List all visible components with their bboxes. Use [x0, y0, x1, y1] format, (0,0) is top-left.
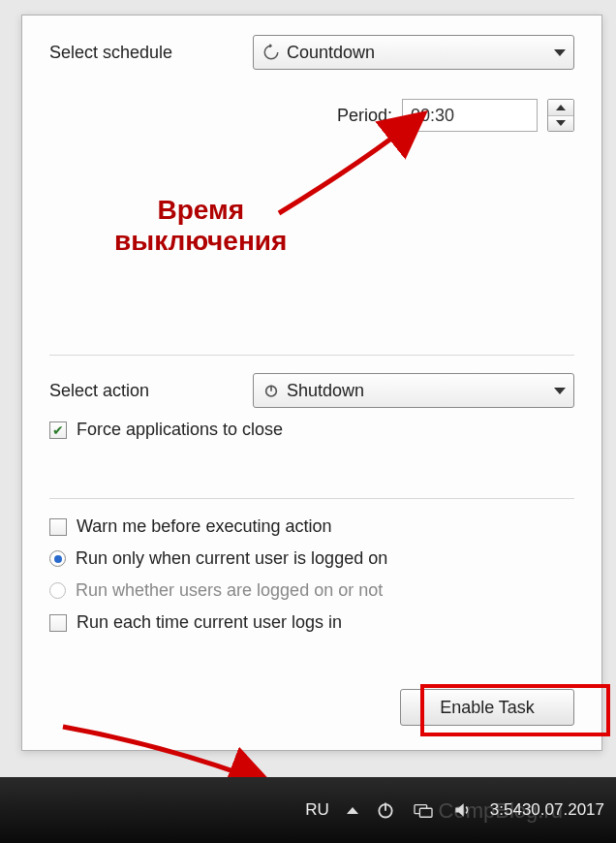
divider: [49, 498, 574, 499]
force-close-row: ✔ Force applications to close: [49, 420, 574, 440]
power-icon: [262, 383, 281, 398]
taskbar: RU 3:54 30.07.2017: [0, 777, 616, 843]
annotation-text: Время выключения: [114, 195, 287, 257]
settings-panel: Select schedule Countdown Period: 00:30 …: [21, 15, 602, 751]
action-value: Shutdown: [287, 381, 554, 401]
taskbar-tray-expand[interactable]: [347, 807, 358, 814]
run-whether-row: Run whether users are logged on or not: [49, 580, 574, 601]
schedule-row: Select schedule Countdown: [49, 35, 574, 70]
run-whether-radio: [49, 582, 66, 599]
taskbar-power-icon[interactable]: [376, 800, 395, 820]
svg-rect-5: [419, 808, 432, 817]
run-each-login-checkbox[interactable]: [49, 614, 67, 632]
enable-task-label: Enable Task: [440, 698, 535, 718]
enable-task-button[interactable]: Enable Task: [400, 689, 574, 726]
schedule-value: Countdown: [287, 43, 554, 63]
annotation-line2: выключения: [114, 226, 287, 257]
countdown-icon: [262, 44, 281, 61]
chevron-up-icon: [347, 807, 358, 814]
spinner-up[interactable]: [548, 100, 573, 116]
taskbar-time: 3:54: [490, 799, 522, 820]
run-only-user-label: Run only when current user is logged on: [76, 548, 387, 569]
warn-label: Warn me before executing action: [77, 516, 331, 537]
schedule-label: Select schedule: [49, 43, 253, 63]
period-row: Period: 00:30: [49, 99, 574, 132]
spinner-down[interactable]: [548, 116, 573, 132]
action-label: Select action: [49, 381, 253, 401]
taskbar-clock[interactable]: 3:54 30.07.2017: [490, 799, 604, 820]
schedule-select[interactable]: Countdown: [253, 35, 574, 70]
run-each-login-label: Run each time current user logs in: [77, 612, 342, 633]
force-close-label: Force applications to close: [77, 420, 283, 440]
taskbar-network-icon[interactable]: [413, 801, 434, 819]
force-close-checkbox[interactable]: ✔: [49, 422, 67, 439]
action-select[interactable]: Shutdown: [253, 373, 574, 408]
period-spinner: [547, 99, 574, 132]
taskbar-date: 30.07.2017: [522, 799, 604, 820]
button-container: Enable Task: [400, 689, 574, 726]
annotation-line1: Время: [114, 195, 287, 226]
run-only-user-row: Run only when current user is logged on: [49, 548, 574, 569]
run-whether-label: Run whether users are logged on or not: [76, 580, 383, 601]
chevron-down-icon: [554, 388, 566, 394]
chevron-down-icon: [556, 120, 566, 126]
period-input[interactable]: 00:30: [402, 99, 538, 132]
action-row: Select action Shutdown: [49, 373, 574, 408]
warn-row: Warn me before executing action: [49, 516, 574, 537]
divider: [49, 355, 574, 356]
taskbar-volume-icon[interactable]: [451, 800, 473, 820]
taskbar-lang[interactable]: RU: [305, 800, 329, 820]
chevron-down-icon: [554, 49, 566, 56]
warn-checkbox[interactable]: [49, 518, 67, 536]
chevron-up-icon: [556, 105, 566, 110]
run-only-user-radio[interactable]: [49, 550, 66, 567]
run-each-login-row: Run each time current user logs in: [49, 612, 574, 633]
period-label: Period:: [337, 106, 392, 126]
